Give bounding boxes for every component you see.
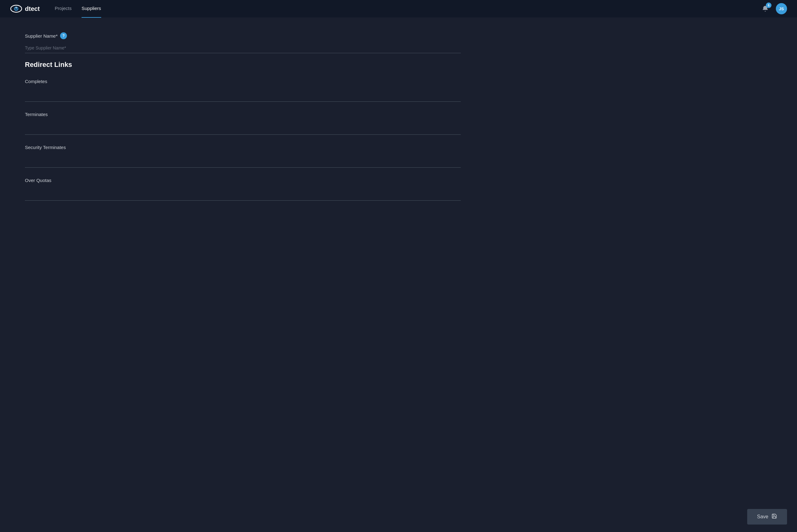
completes-field: Completes (25, 79, 461, 112)
supplier-name-label: Supplier Name* (25, 33, 58, 39)
over-quotas-input[interactable] (25, 190, 461, 201)
save-btn-container: Save (737, 501, 797, 532)
nav-suppliers[interactable]: Suppliers (81, 6, 101, 18)
completes-label: Completes (25, 79, 461, 84)
terminates-label: Terminates (25, 112, 461, 117)
brand-name: dtect (25, 5, 40, 13)
security-terminates-label: Security Terminates (25, 145, 461, 150)
over-quotas-field: Over Quotas (25, 178, 461, 211)
notification-button[interactable]: 6 (760, 3, 771, 14)
main-content: Supplier Name* ? Redirect Links Complete… (0, 0, 797, 242)
supplier-name-group: Supplier Name* ? (25, 32, 461, 53)
navbar-right: 6 JS (760, 3, 787, 14)
redirect-links-title: Redirect Links (25, 61, 461, 69)
avatar[interactable]: JS (776, 3, 787, 14)
save-icon (772, 513, 777, 520)
svg-point-2 (16, 8, 17, 10)
nav-projects[interactable]: Projects (55, 6, 72, 12)
security-terminates-input[interactable] (25, 157, 461, 168)
save-button[interactable]: Save (747, 509, 787, 525)
terminates-field: Terminates (25, 112, 461, 145)
notification-badge: 6 (766, 2, 772, 8)
logo: dtect (10, 4, 40, 13)
completes-input[interactable] (25, 92, 461, 102)
nav-links: Projects Suppliers (55, 6, 760, 12)
navbar: dtect Projects Suppliers 6 JS (0, 0, 797, 17)
supplier-name-label-group: Supplier Name* ? (25, 32, 461, 39)
supplier-name-input[interactable] (25, 43, 461, 53)
help-icon[interactable]: ? (60, 32, 67, 39)
over-quotas-label: Over Quotas (25, 178, 461, 183)
terminates-input[interactable] (25, 125, 461, 135)
security-terminates-field: Security Terminates (25, 145, 461, 178)
form-section: Supplier Name* ? Redirect Links Complete… (25, 17, 461, 211)
save-label: Save (757, 514, 768, 519)
